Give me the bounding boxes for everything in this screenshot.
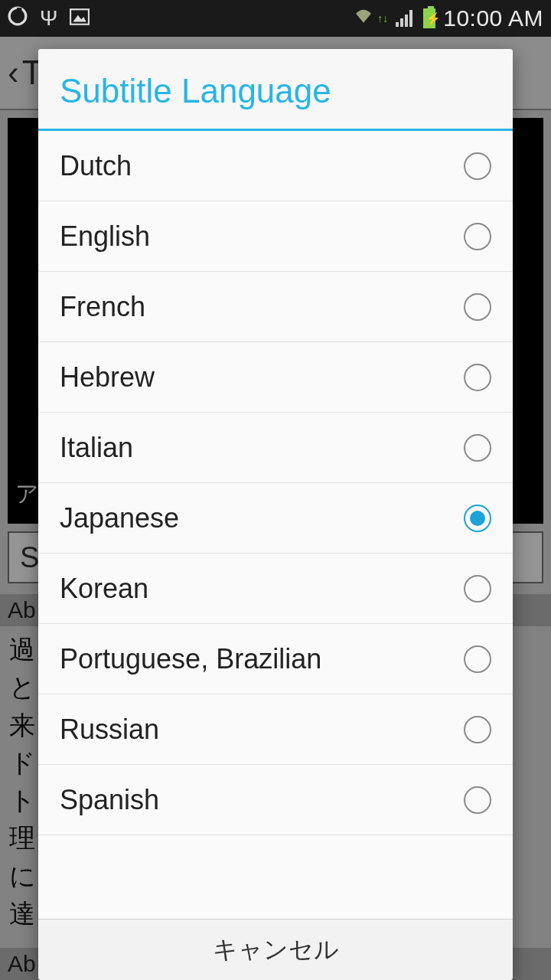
language-label: Spanish [60, 784, 159, 816]
language-label: Korean [60, 573, 148, 605]
radio-icon[interactable] [464, 505, 491, 532]
language-option[interactable]: Korean [38, 554, 513, 624]
cancel-button[interactable]: キャンセル [38, 919, 513, 980]
language-options-list[interactable]: DutchEnglishFrenchHebrewItalianJapaneseK… [38, 131, 513, 919]
radio-icon[interactable] [464, 786, 491, 814]
language-label: French [60, 291, 145, 323]
app-icon [8, 6, 28, 31]
language-option[interactable]: Italian [38, 413, 513, 483]
radio-icon[interactable] [464, 434, 491, 462]
language-label: Hebrew [60, 361, 155, 394]
svg-rect-2 [70, 9, 89, 24]
image-icon [70, 6, 90, 31]
radio-icon[interactable] [464, 293, 491, 321]
radio-icon[interactable] [464, 645, 491, 673]
radio-icon[interactable] [464, 223, 491, 250]
wifi-icon [353, 8, 374, 29]
language-label: Italian [60, 432, 133, 464]
language-label: Russian [60, 714, 159, 746]
language-option[interactable]: Hebrew [38, 342, 513, 413]
data-arrows-icon: ↑↓ [377, 12, 388, 24]
radio-icon[interactable] [464, 364, 491, 391]
usb-icon: Ψ [40, 6, 57, 31]
language-option[interactable]: Portuguese, Brazilian [38, 624, 513, 694]
language-label: Japanese [60, 502, 179, 534]
subtitle-language-dialog: Subtitle Language DutchEnglishFrenchHebr… [38, 49, 513, 980]
clock: 10:00 AM [443, 5, 543, 31]
svg-marker-3 [73, 15, 86, 22]
language-label: English [60, 220, 150, 253]
dialog-title: Subtitle Language [38, 49, 513, 131]
battery-charging-icon [423, 8, 435, 28]
language-option[interactable]: Dutch [38, 131, 513, 201]
radio-icon[interactable] [464, 716, 491, 743]
status-bar: Ψ ↑↓ 10:00 AM [0, 0, 551, 37]
svg-rect-1 [17, 8, 21, 13]
language-option[interactable]: Japanese [38, 483, 513, 554]
language-option[interactable]: English [38, 201, 513, 272]
language-label: Dutch [60, 150, 132, 182]
radio-icon[interactable] [464, 575, 491, 603]
language-option[interactable]: Spanish [38, 765, 513, 835]
language-option[interactable]: French [38, 272, 513, 342]
language-label: Portuguese, Brazilian [60, 643, 321, 675]
radio-icon[interactable] [464, 152, 491, 180]
language-option[interactable]: Russian [38, 694, 513, 765]
signal-icon [396, 10, 416, 27]
